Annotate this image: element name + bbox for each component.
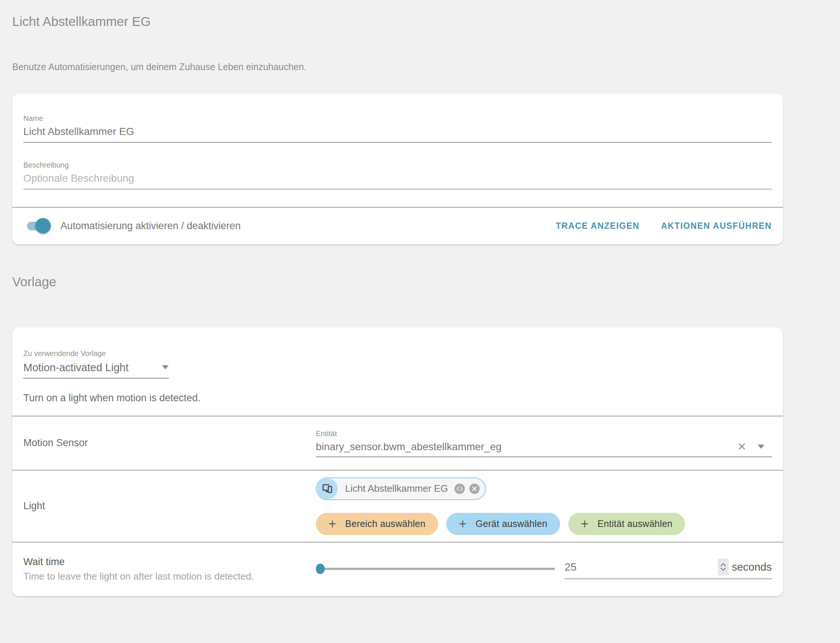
add-entity-label: Entität auswählen bbox=[597, 518, 672, 529]
add-entity-button[interactable]: + Entität auswählen bbox=[568, 513, 685, 535]
wait-time-description: Time to leave the light on after last mo… bbox=[23, 571, 316, 582]
toggle-thumb bbox=[35, 218, 51, 233]
name-field-group: Name bbox=[23, 93, 772, 143]
number-stepper[interactable] bbox=[718, 558, 729, 576]
wait-time-label: Wait time bbox=[23, 556, 316, 568]
add-area-label: Bereich auswählen bbox=[345, 518, 425, 529]
template-description: Turn on a light when motion is detected. bbox=[23, 392, 772, 404]
motion-sensor-row: Motion Sensor Entität binary_sensor.bwm_… bbox=[12, 416, 783, 470]
motion-sensor-label: Motion Sensor bbox=[23, 437, 316, 449]
light-device-chip[interactable]: Licht Abstellkammer EG bbox=[316, 477, 486, 500]
remove-chip-icon[interactable] bbox=[469, 483, 480, 494]
toggle-label: Automatisierung aktivieren / deaktiviere… bbox=[60, 220, 241, 232]
slider-thumb[interactable] bbox=[316, 564, 325, 574]
plus-icon: + bbox=[581, 517, 589, 530]
template-picker-block: Zu verwendende Vorlage Motion-activated … bbox=[12, 328, 783, 416]
automation-enabled-toggle[interactable] bbox=[23, 218, 51, 233]
wait-time-unit: seconds bbox=[732, 561, 772, 573]
open-entity-icon[interactable] bbox=[454, 483, 465, 494]
description-field-group: Beschreibung bbox=[23, 143, 772, 189]
automation-config-card: Name Beschreibung Automatisierung aktivi… bbox=[12, 93, 783, 244]
plus-icon: + bbox=[329, 517, 336, 530]
wait-time-number-field: seconds bbox=[565, 558, 772, 579]
run-actions-button[interactable]: AKTIONEN AUSFÜHREN bbox=[661, 221, 772, 231]
plus-icon: + bbox=[459, 517, 467, 530]
add-device-label: Gerät auswählen bbox=[475, 518, 547, 529]
template-select[interactable]: Motion-activated Light bbox=[23, 361, 169, 379]
target-picker-buttons: + Bereich auswählen + Gerät auswählen + … bbox=[316, 513, 772, 535]
page-title: Licht Abstellkammer EG bbox=[12, 0, 783, 30]
automation-editor-page: Licht Abstellkammer EG Benutze Automatis… bbox=[12, 0, 783, 596]
add-device-button[interactable]: + Gerät auswählen bbox=[446, 513, 560, 535]
description-input[interactable] bbox=[23, 172, 772, 189]
motion-sensor-entity-picker[interactable]: Entität binary_sensor.bwm_abestellkammer… bbox=[316, 429, 772, 457]
enable-row: Automatisierung aktivieren / deaktiviere… bbox=[12, 208, 783, 244]
devices-icon bbox=[317, 478, 338, 499]
template-section-heading: Vorlage bbox=[12, 273, 783, 290]
template-select-label: Zu verwendende Vorlage bbox=[23, 349, 772, 358]
chip-label: Licht Abstellkammer EG bbox=[345, 483, 448, 494]
trace-button[interactable]: TRACE ANZEIGEN bbox=[556, 221, 640, 231]
wait-time-row: Wait time Time to leave the light on aft… bbox=[12, 542, 783, 596]
name-input[interactable] bbox=[23, 125, 772, 143]
chevron-down-icon[interactable] bbox=[758, 445, 764, 449]
chevron-down-icon bbox=[162, 365, 169, 369]
light-label: Light bbox=[23, 500, 316, 512]
add-area-button[interactable]: + Bereich auswählen bbox=[316, 513, 438, 535]
entity-input-line: binary_sensor.bwm_abestellkammer_eg ✕ bbox=[316, 440, 772, 457]
light-row: Light Licht Abstellkammer EG bbox=[12, 470, 783, 542]
template-select-value: Motion-activated Light bbox=[23, 361, 129, 374]
description-label: Beschreibung bbox=[23, 161, 772, 170]
chevron-down-icon bbox=[720, 568, 726, 571]
name-label: Name bbox=[23, 114, 772, 123]
chevron-up-icon bbox=[720, 563, 726, 566]
clear-icon[interactable]: ✕ bbox=[737, 441, 747, 452]
entity-label: Entität bbox=[316, 429, 772, 438]
template-card: Zu verwendende Vorlage Motion-activated … bbox=[12, 328, 783, 596]
wait-time-input[interactable] bbox=[565, 561, 598, 573]
entity-value: binary_sensor.bwm_abestellkammer_eg bbox=[316, 440, 737, 454]
page-subtitle: Benutze Automatisierungen, um deinem Zuh… bbox=[12, 61, 783, 73]
slider-track bbox=[320, 568, 555, 570]
wait-time-slider[interactable] bbox=[316, 561, 555, 577]
